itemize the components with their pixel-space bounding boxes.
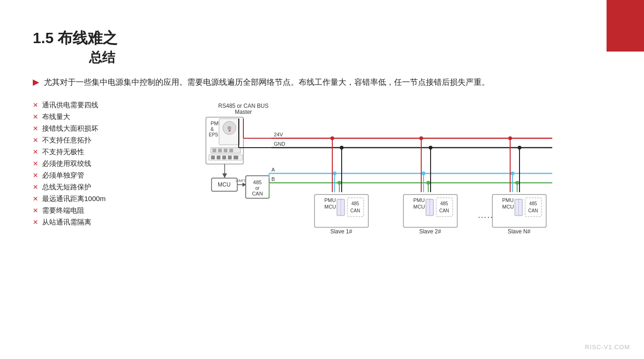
svg-text:or: or — [256, 186, 260, 191]
svg-text:A: A — [271, 167, 275, 172]
svg-point-65 — [429, 146, 432, 150]
svg-rect-75 — [436, 198, 453, 217]
svg-rect-13 — [224, 149, 227, 152]
diagram-svg: RS485 or CAN BUS Master PMU & EPS — [192, 101, 557, 274]
svg-point-69 — [426, 181, 430, 185]
list-item: ✕需要终端电阻 — [33, 206, 173, 215]
list-item-text: 不支持任意拓扑 — [42, 136, 91, 145]
list-item: ✕不支持无极性 — [33, 148, 173, 157]
watermark: RISC-V1.COM — [585, 344, 630, 351]
svg-point-83 — [518, 146, 521, 150]
title-sub: 总结 — [89, 49, 611, 67]
list-item-text: 不支持无极性 — [42, 148, 84, 157]
list-x-icon: ✕ — [33, 218, 38, 226]
svg-text:CAN: CAN — [350, 208, 360, 213]
svg-text:CAN: CAN — [439, 208, 449, 213]
svg-text:EPS: EPS — [209, 132, 218, 137]
svg-rect-11 — [212, 149, 216, 152]
svg-text:B: B — [271, 176, 275, 182]
list-item-text: 最远通讯距离1000m — [42, 194, 106, 203]
list-item-text: 总线无短路保护 — [42, 183, 91, 192]
svg-marker-22 — [222, 173, 227, 178]
list-item: ✕不支持任意拓扑 — [33, 136, 173, 145]
list-item-text: 从站通讯需隔离 — [42, 218, 91, 227]
svg-rect-14 — [229, 149, 233, 152]
list-item-text: 接错线大面积损坏 — [42, 124, 98, 133]
svg-text:24V: 24V — [274, 132, 283, 137]
title-main: 1.5 布线难之 — [33, 30, 117, 46]
svg-point-67 — [422, 172, 425, 175]
list-item-text: 必须单独穿管 — [42, 171, 84, 180]
svg-text:MCU: MCU — [502, 204, 514, 209]
svg-text:PMU: PMU — [502, 197, 514, 203]
list-x-icon: ✕ — [33, 207, 38, 214]
list-item-text: 需要终端电阻 — [42, 206, 84, 215]
svg-rect-18 — [222, 156, 226, 159]
list-item: ✕必须单独穿管 — [33, 171, 173, 180]
svg-point-87 — [515, 181, 519, 185]
svg-rect-93 — [525, 198, 542, 217]
svg-text:485: 485 — [351, 201, 359, 206]
list-item: ✕必须使用双绞线 — [33, 159, 173, 168]
svg-text:MCU: MCU — [218, 181, 230, 188]
svg-text:485: 485 — [440, 201, 448, 206]
list-x-icon: ✕ — [33, 136, 38, 144]
bullet-arrow-icon: ▶ — [33, 77, 39, 87]
svg-rect-19 — [228, 156, 232, 159]
list-item-text: 通讯供电需要四线 — [42, 101, 98, 110]
list-x-icon: ✕ — [33, 160, 38, 167]
bullet-section: ▶ 尤其对于一些集中电源集中控制的应用。需要电源线遍历全部网络节点。布线工作量大… — [33, 76, 611, 90]
list-x-icon: ✕ — [33, 125, 38, 132]
svg-point-46 — [330, 136, 334, 140]
list-item-text: 布线量大 — [42, 112, 70, 121]
svg-text:GND: GND — [274, 141, 285, 147]
list-item-text: 必须使用双绞线 — [42, 159, 91, 168]
list-x-icon: ✕ — [33, 101, 38, 109]
svg-text:485: 485 — [253, 180, 262, 185]
list-x-icon: ✕ — [33, 148, 38, 156]
svg-text:CAN: CAN — [252, 191, 263, 196]
svg-text:Slave N#: Slave N# — [508, 228, 531, 235]
svg-text:Slave 1#: Slave 1# — [330, 228, 352, 235]
list-x-icon: ✕ — [33, 195, 38, 202]
list-item: ✕接错线大面积损坏 — [33, 124, 173, 133]
svg-point-63 — [419, 136, 423, 140]
svg-text:CAN: CAN — [528, 208, 538, 213]
svg-rect-20 — [234, 156, 238, 159]
svg-text:485: 485 — [529, 201, 537, 206]
svg-text:Master: Master — [235, 109, 252, 115]
svg-rect-58 — [347, 198, 364, 217]
svg-text:Slave 2#: Slave 2# — [419, 228, 441, 235]
svg-point-50 — [333, 172, 337, 175]
list-x-icon: ✕ — [33, 183, 38, 191]
svg-text:MCU: MCU — [324, 204, 336, 209]
svg-point-81 — [508, 136, 512, 140]
list-item: ✕从站通讯需隔离 — [33, 218, 173, 227]
svg-text:RS485 or CAN BUS: RS485 or CAN BUS — [218, 103, 268, 109]
svg-text:PMU: PMU — [413, 197, 425, 203]
svg-point-52 — [337, 181, 341, 185]
svg-text:MCU: MCU — [413, 204, 425, 209]
list-item: ✕总线无短路保护 — [33, 183, 173, 192]
body-row: ✕通讯供电需要四线✕布线量大✕接错线大面积损坏✕不支持任意拓扑✕不支持无极性✕必… — [33, 101, 611, 276]
title-section: 1.5 布线难之 总结 — [33, 28, 611, 67]
svg-point-48 — [340, 146, 344, 150]
left-list: ✕通讯供电需要四线✕布线量大✕接错线大面积损坏✕不支持任意拓扑✕不支持无极性✕必… — [33, 101, 173, 227]
list-x-icon: ✕ — [33, 172, 38, 179]
list-item: ✕布线量大 — [33, 112, 173, 121]
list-item: ✕最远通讯距离1000m — [33, 194, 173, 203]
svg-rect-16 — [211, 156, 215, 159]
bullet-text: 尤其对于一些集中电源集中控制的应用。需要电源线遍历全部网络节点。布线工作量大，容… — [44, 76, 490, 90]
list-x-icon: ✕ — [33, 113, 38, 120]
svg-text:&: & — [211, 127, 214, 132]
right-diagram: RS485 or CAN BUS Master PMU & EPS — [192, 101, 611, 276]
svg-text:UART: UART — [235, 179, 246, 183]
svg-rect-17 — [217, 156, 220, 159]
main-content: 1.5 布线难之 总结 ▶ 尤其对于一些集中电源集中控制的应用。需要电源线遍历全… — [0, 0, 644, 295]
list-item: ✕通讯供电需要四线 — [33, 101, 173, 110]
svg-text:PMU: PMU — [324, 197, 336, 203]
svg-point-85 — [511, 172, 514, 175]
svg-rect-12 — [218, 149, 222, 152]
